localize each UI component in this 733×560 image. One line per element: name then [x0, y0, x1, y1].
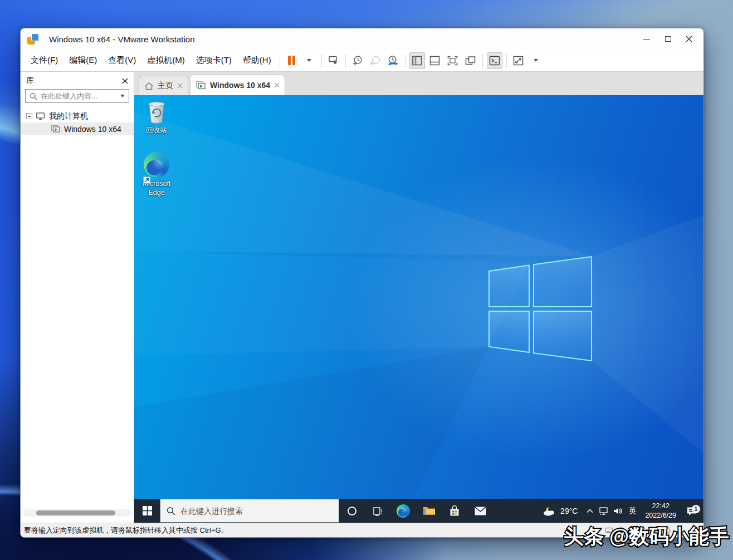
vm-display[interactable]: 回收站 MicrosoftEdge: [134, 95, 703, 523]
volume-icon: [613, 507, 623, 515]
take-snapshot-button[interactable]: [350, 52, 365, 69]
task-view-button[interactable]: [365, 499, 390, 523]
windows-start-icon: [143, 506, 152, 515]
desktop-icon-label: 回收站: [146, 126, 167, 135]
status-message: 要将输入定向到该虚拟机，请将鼠标指针移入其中或按 Ctrl+G。: [24, 525, 228, 536]
ime-indicator[interactable]: 英: [624, 506, 640, 516]
maximize-button[interactable]: [659, 32, 677, 46]
desktop-icon-recycle-bin[interactable]: 回收站: [135, 100, 178, 135]
shortcut-arrow-icon: [143, 176, 150, 184]
tab-windows10-vm[interactable]: Windows 10 x64: [190, 75, 285, 95]
weather-widget[interactable]: 29°C: [537, 505, 583, 517]
clock-time: 22:42: [645, 502, 676, 510]
minimize-button[interactable]: [638, 32, 656, 46]
library-title: 库: [26, 76, 34, 86]
menu-edit[interactable]: 编辑(E): [63, 52, 102, 68]
file-explorer-button[interactable]: [416, 499, 442, 523]
tree-item-my-computer[interactable]: 我的计算机: [21, 110, 134, 122]
taskbar-search-box[interactable]: [160, 499, 339, 523]
cortana-button[interactable]: [339, 499, 365, 523]
window-titlebar: Windows 10 x64 - VMware Workstation: [21, 28, 703, 50]
windows-logo: [488, 256, 592, 361]
menu-file[interactable]: 文件(F): [25, 52, 63, 68]
menu-view[interactable]: 查看(V): [102, 52, 141, 68]
close-icon: [122, 78, 128, 84]
menu-tabs[interactable]: 选项卡(T): [190, 52, 237, 68]
unity-mode-icon: [465, 55, 476, 66]
start-button[interactable]: [134, 499, 160, 523]
open-console-button[interactable]: [487, 52, 502, 69]
edge-taskbar-button[interactable]: [390, 499, 416, 523]
chevron-up-icon: [587, 509, 593, 513]
wallpaper-light-beams: [134, 95, 703, 523]
pause-icon: [288, 56, 295, 65]
tab-close-icon[interactable]: [177, 83, 183, 89]
library-close-button[interactable]: [122, 78, 128, 84]
tab-close-icon[interactable]: [274, 82, 280, 88]
send-ctrl-alt-del-button[interactable]: [326, 52, 341, 69]
pause-vm-button[interactable]: [284, 52, 300, 69]
thumbnail-bar-icon: [429, 55, 441, 66]
toolbar-separator: [482, 54, 483, 67]
manage-snapshots-button[interactable]: [385, 52, 401, 69]
action-center-button[interactable]: 1: [681, 506, 702, 516]
chevron-down-icon: [534, 59, 538, 62]
tree-collapse-icon[interactable]: [26, 113, 32, 119]
guest-taskbar: 29°C 英 22:42 2022/6/29: [134, 499, 703, 523]
vmware-logo-icon: [27, 33, 39, 45]
stretch-icon: [512, 55, 524, 66]
toolbar-separator: [345, 54, 346, 67]
task-view-icon: [373, 506, 383, 516]
microsoft-store-button[interactable]: [442, 499, 467, 523]
file-explorer-icon: [423, 505, 436, 516]
taskbar-search-input[interactable]: [180, 507, 333, 515]
menu-vm[interactable]: 虚拟机(M): [141, 52, 190, 68]
window-title: Windows 10 x64 - VMware Workstation: [49, 35, 194, 44]
search-icon: [167, 507, 175, 515]
tree-item-label: Windows 10 x64: [64, 125, 121, 134]
tab-bar: 主页 Windows 10 x64: [134, 72, 703, 95]
tab-home[interactable]: 主页: [139, 76, 188, 95]
mail-button[interactable]: [467, 499, 493, 523]
maximize-icon: [665, 36, 671, 42]
snapshot-revert-icon: [369, 55, 382, 67]
library-search-input[interactable]: [41, 92, 117, 100]
chevron-down-icon: [120, 95, 125, 97]
chevron-down-icon: [307, 59, 311, 62]
edge-icon: [397, 504, 410, 518]
cortana-icon: [348, 507, 356, 515]
home-icon: [144, 82, 154, 90]
recycle-bin-icon: [145, 100, 168, 124]
tree-item-windows10-vm[interactable]: Windows 10 x64: [21, 122, 134, 135]
sidebar-horizontal-scrollbar[interactable]: [23, 509, 131, 517]
revert-snapshot-button[interactable]: [368, 52, 383, 69]
close-button[interactable]: [680, 32, 698, 46]
menu-help[interactable]: 帮助(H): [237, 52, 277, 68]
notification-badge: 1: [692, 505, 700, 513]
tray-clock[interactable]: 22:42 2022/6/29: [640, 502, 681, 520]
network-tray-button[interactable]: [597, 507, 610, 515]
tree-item-label: 我的计算机: [49, 111, 88, 121]
free-stretch-dropdown[interactable]: [529, 52, 544, 69]
fullscreen-icon: [447, 55, 458, 66]
system-tray: 29°C 英 22:42 2022/6/29: [537, 499, 703, 523]
library-tree: 我的计算机 Windows 10 x64: [21, 110, 134, 135]
enter-fullscreen-button[interactable]: [445, 52, 461, 69]
free-stretch-button[interactable]: [511, 52, 526, 69]
search-icon: [30, 92, 37, 100]
show-library-button[interactable]: [409, 52, 425, 69]
vm-running-icon: [51, 125, 61, 134]
show-thumbnail-bar-button[interactable]: [427, 52, 443, 69]
menu-toolbar: 文件(F) 编辑(E) 查看(V) 虚拟机(M) 选项卡(T) 帮助(H): [21, 50, 703, 72]
pause-vm-dropdown[interactable]: [302, 52, 317, 69]
library-sidebar: 库 我的计算机 Windows 10 x64: [21, 72, 134, 523]
library-search-box[interactable]: [25, 89, 129, 103]
unity-mode-button[interactable]: [463, 52, 478, 69]
toolbar-separator: [405, 54, 405, 67]
mail-icon: [475, 507, 486, 515]
scrollbar-thumb[interactable]: [36, 510, 115, 515]
desktop-icon-edge[interactable]: MicrosoftEdge: [135, 152, 178, 197]
computer-icon: [36, 112, 46, 121]
volume-tray-button[interactable]: [610, 507, 624, 515]
tray-expand-button[interactable]: [583, 509, 597, 513]
